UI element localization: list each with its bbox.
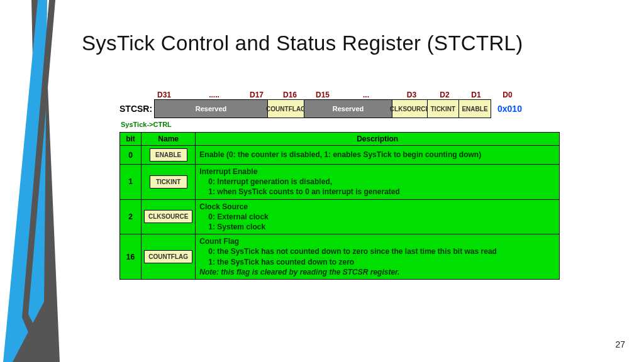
desc-line: Interrupt Enable xyxy=(199,167,257,176)
bit-label-d31: D31 xyxy=(157,90,187,99)
bit-label-dots: ..... xyxy=(187,90,241,99)
register-figure: D31 ..... D17 D16 D15 ... D3 D2 D1 D0 ST… xyxy=(119,88,572,280)
bit-label-dots2: ... xyxy=(338,90,394,99)
name-pill: COUNTFLAG xyxy=(144,250,192,263)
cell-name: TICKINT xyxy=(142,165,196,200)
cell-bit: 16 xyxy=(120,234,142,280)
svg-marker-0 xyxy=(6,0,60,362)
bit-label-d17: D17 xyxy=(241,90,272,99)
desc-line: Clock Source xyxy=(199,202,248,211)
reg-box-clksource: CLKSOURCE xyxy=(392,100,428,118)
register-row: STCSR: Reserved COUNTFLAG Reserved CLKSO… xyxy=(119,99,572,118)
bit-label-d16: D16 xyxy=(272,90,308,99)
register-address: 0x010 xyxy=(497,104,522,114)
table-row: 0 ENABLE Enable (0: the counter is disab… xyxy=(120,146,560,165)
reg-box-tickint: TICKINT xyxy=(428,100,459,118)
description-table: bit Name Description 0 ENABLE Enable (0:… xyxy=(119,132,560,280)
cell-desc: Enable (0: the counter is disabled, 1: e… xyxy=(196,146,560,165)
cell-desc: Clock Source 0: External clock 1: System… xyxy=(196,199,560,234)
bit-label-d15: D15 xyxy=(308,90,338,99)
cell-name: ENABLE xyxy=(142,146,196,165)
desc-line: 1: the SysTick has counted down to zero xyxy=(199,257,555,267)
name-pill: CLKSOURCE xyxy=(144,210,192,223)
desc-line: 0: Interrupt generation is disabled, xyxy=(199,177,555,187)
table-row: 2 CLKSOURCE Clock Source 0: External clo… xyxy=(120,199,560,234)
desc-line: 0: the SysTick has not counted down to z… xyxy=(199,246,555,256)
bit-label-row: D31 ..... D17 D16 D15 ... D3 D2 D1 D0 xyxy=(157,88,572,99)
svg-marker-2 xyxy=(22,0,55,362)
cell-bit: 1 xyxy=(120,165,142,200)
desc-line: Count Flag xyxy=(199,237,239,246)
th-desc: Description xyxy=(196,133,560,146)
page-title: SysTick Control and Status Register (STC… xyxy=(82,31,523,55)
desc-line: 1: when SysTick counts to 0 an interrupt… xyxy=(199,187,555,197)
cell-name: COUNTFLAG xyxy=(142,234,196,280)
register-name: STCSR: xyxy=(119,104,154,114)
cell-bit: 2 xyxy=(120,199,142,234)
bit-label-d2: D2 xyxy=(429,90,460,99)
cell-desc: Interrupt Enable 0: Interrupt generation… xyxy=(196,165,560,200)
th-name: Name xyxy=(142,133,196,146)
desc-note: Note: this flag is cleared by reading th… xyxy=(199,268,399,277)
register-boxes: Reserved COUNTFLAG Reserved CLKSOURCE TI… xyxy=(154,99,491,118)
name-pill: ENABLE xyxy=(150,148,187,162)
bit-label-d3: D3 xyxy=(394,90,429,99)
register-subtitle: SysTick->CTRL xyxy=(121,121,572,128)
decorative-stripes xyxy=(0,0,75,362)
desc-line: 0: External clock xyxy=(199,212,555,222)
cell-bit: 0 xyxy=(120,146,142,165)
svg-marker-1 xyxy=(3,0,47,362)
cell-name: CLKSOURCE xyxy=(142,199,196,234)
name-pill: TICKINT xyxy=(150,175,187,189)
reg-box-reserved2: Reserved xyxy=(304,100,392,118)
reg-box-countflag: COUNTFLAG xyxy=(268,100,304,118)
slide: SysTick Control and Status Register (STC… xyxy=(0,0,644,362)
reg-box-enable: ENABLE xyxy=(459,100,491,118)
reg-box-reserved1: Reserved xyxy=(155,100,268,118)
page-number: 27 xyxy=(615,339,625,349)
bit-label-d0: D0 xyxy=(492,90,523,99)
table-row: 1 TICKINT Interrupt Enable 0: Interrupt … xyxy=(120,165,560,200)
bit-label-d1: D1 xyxy=(460,90,492,99)
cell-desc: Count Flag 0: the SysTick has not counte… xyxy=(196,234,560,280)
desc-line: 1: System clock xyxy=(199,222,555,232)
th-bit: bit xyxy=(120,133,142,146)
table-row: 16 COUNTFLAG Count Flag 0: the SysTick h… xyxy=(120,234,560,280)
